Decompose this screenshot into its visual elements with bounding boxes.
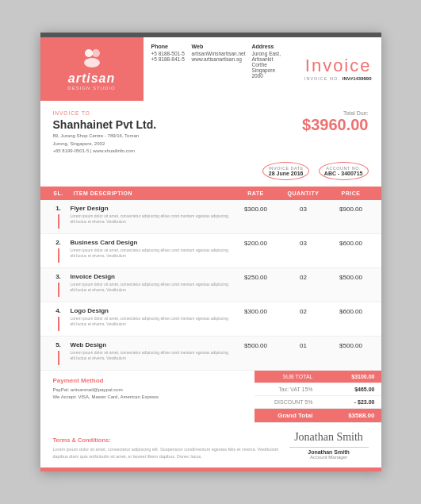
item-desc: Lorem ipsum dolor sit amet, consectetur … xyxy=(71,282,232,293)
row-num: 1. xyxy=(55,205,61,212)
total-due-block: Total Due: $3960.00 xyxy=(302,110,368,134)
vat-value: $465.00 xyxy=(320,387,375,392)
grand-total-value: $3588.00 xyxy=(320,412,375,419)
terms-title: Terms & Conditions: xyxy=(53,437,289,444)
red-bar xyxy=(58,283,59,297)
item-title: Business Card Design xyxy=(71,239,232,246)
invoice-title: Invoice xyxy=(305,57,372,75)
phone-label: Phone xyxy=(151,44,186,49)
footer: Terms & Conditions: Lorem ipsum dolor si… xyxy=(40,423,381,467)
client-name: Shanhainet Pvt Ltd. xyxy=(53,118,157,131)
discount-row: DISCOUNT 5% - $23.00 xyxy=(255,396,381,409)
table-row: 4. Logo Design Lorem ipsum dolor sit ame… xyxy=(40,302,381,337)
discount-value: - $23.00 xyxy=(320,399,375,405)
invoice-no-label: INVOICE NO. xyxy=(304,76,340,81)
item-rate: $300.00 xyxy=(232,307,280,315)
item-info: Logo Design Lorem ipsum dolor sit amet, … xyxy=(71,307,232,327)
web2: www.artisanartisan.sg xyxy=(192,56,246,62)
table-row: 5. Web Design Lorem ipsum dolor sit amet… xyxy=(40,337,381,371)
item-quantity: 02 xyxy=(280,307,327,315)
item-price: $500.00 xyxy=(327,341,375,349)
sub-total-value: $3100.00 xyxy=(320,374,375,379)
grand-total-row: Grand Total $3588.00 xyxy=(255,409,381,423)
payment-title: Payment Method xyxy=(53,377,255,384)
svg-point-0 xyxy=(85,49,93,57)
table-header: SL. ITEM DESCRIPTION RATE QUANTITY PRICE xyxy=(40,187,381,200)
row-num: 5. xyxy=(55,341,61,348)
item-rate: $300.00 xyxy=(232,205,280,213)
bottom-accent xyxy=(40,467,381,471)
logo-sub: design studio xyxy=(67,86,115,90)
invoice-no-row: INVOICE NO. INV#1439990 xyxy=(304,76,372,81)
discount-label: DISCOUNT 5% xyxy=(261,399,320,405)
client-addr1: 89, Jurang Shop Centre - 789/16, Toman xyxy=(53,133,157,140)
row-num-bar: 5. xyxy=(47,341,71,365)
terms-section: Terms & Conditions: Lorem ipsum dolor si… xyxy=(53,437,289,460)
item-rate: $500.00 xyxy=(232,341,280,349)
invoice-page: artisan design studio Phone +5 8188-501-… xyxy=(40,33,381,471)
item-title: Web Design xyxy=(71,341,232,348)
signature-divider xyxy=(289,447,369,448)
item-quantity: 03 xyxy=(280,205,327,213)
invoice-title-block: Invoice INVOICE NO. INV#1439990 xyxy=(294,37,381,101)
phone2: +5 8188-841-5 xyxy=(151,56,186,62)
item-price: $500.00 xyxy=(327,273,375,281)
item-quantity: 03 xyxy=(280,239,327,247)
header-info: Phone +5 8188-501-5 +5 8188-841-5 Web ar… xyxy=(144,37,294,101)
client-info: INVOICE TO Shanhainet Pvt Ltd. 89, Juran… xyxy=(53,110,157,156)
signature-name: Jonathan Smith xyxy=(289,431,369,444)
item-quantity: 02 xyxy=(280,273,327,281)
item-info: Business Card Design Lorem ipsum dolor s… xyxy=(71,239,232,259)
item-desc: Lorem ipsum dolor sit amet, consectetur … xyxy=(71,248,232,259)
invoice-table: SL. ITEM DESCRIPTION RATE QUANTITY PRICE… xyxy=(40,187,381,371)
red-bar xyxy=(58,214,59,229)
address-label: Address xyxy=(251,44,285,49)
vat-row: Tax: VAT 15% $465.00 xyxy=(255,383,381,396)
red-bar xyxy=(58,351,59,365)
table-row: 1. Flyer Design Lorem ipsum dolor sit am… xyxy=(40,200,381,234)
payment-line2: We Accept: VISA, Master Card, American E… xyxy=(53,394,255,402)
payment-method: Payment Method PayPal: artisanmail@paypa… xyxy=(53,371,255,423)
address-col: Address Jurong East, Artisankit Corthe S… xyxy=(251,44,285,94)
item-title: Flyer Design xyxy=(71,205,232,212)
header: artisan design studio Phone +5 8188-501-… xyxy=(40,37,381,101)
svg-point-2 xyxy=(84,58,100,67)
item-desc: Lorem ipsum dolor sit amet, consectetur … xyxy=(71,214,232,225)
vat-label: Tax: VAT 15% xyxy=(261,387,320,392)
item-info: Web Design Lorem ipsum dolor sit amet, c… xyxy=(71,341,232,361)
web-col: Web artisanWirishartisan.net www.artisan… xyxy=(192,44,246,94)
total-due-label: Total Due: xyxy=(302,110,368,116)
client-section: INVOICE TO Shanhainet Pvt Ltd. 89, Juran… xyxy=(40,101,381,162)
row-num: 3. xyxy=(55,273,61,280)
web-label: Web xyxy=(192,44,246,49)
invoice-date-item: INVOICE DATE 28 June 2016 xyxy=(262,162,308,180)
item-desc: Lorem ipsum dolor sit amet, consectetur … xyxy=(71,316,232,327)
row-num-bar: 3. xyxy=(47,273,71,297)
logo-text: artisan xyxy=(68,71,115,86)
red-bar xyxy=(58,317,59,331)
col-price: PRICE xyxy=(327,190,375,196)
row-num-bar: 2. xyxy=(47,239,71,263)
table-body: 1. Flyer Design Lorem ipsum dolor sit am… xyxy=(40,200,381,371)
item-info: Invoice Design Lorem ipsum dolor sit ame… xyxy=(71,273,232,293)
client-addr2: Jurong, Singapore, 2002 xyxy=(53,140,157,148)
item-rate: $200.00 xyxy=(232,239,280,247)
web1: artisanWirishartisan.net xyxy=(192,51,246,56)
totals-table: SUB TOTAL $3100.00 Tax: VAT 15% $465.00 … xyxy=(255,371,381,423)
col-qty: QUANTITY xyxy=(280,190,327,196)
svg-point-1 xyxy=(92,49,100,57)
table-row: 2. Business Card Design Lorem ipsum dolo… xyxy=(40,234,381,268)
account-no-value: ABC - 3400715 xyxy=(324,171,363,176)
row-num: 4. xyxy=(55,307,61,314)
total-due-amount: $3960.00 xyxy=(302,116,368,134)
invoice-to-label: INVOICE TO xyxy=(53,110,157,116)
grand-total-label: Grand Total xyxy=(261,412,320,419)
account-no-label: ACCOUNT NO. xyxy=(324,166,363,171)
invoice-no-value: INV#1439990 xyxy=(343,76,372,81)
totals-section: Payment Method PayPal: artisanmail@paypa… xyxy=(40,371,381,423)
phone1: +5 8188-501-5 xyxy=(151,51,186,56)
col-sl: SL. xyxy=(47,190,71,196)
payment-line1: PayPal: artisanmail@paypal.com xyxy=(53,387,255,394)
logo-icon xyxy=(81,48,103,71)
address2: Corthe Singapore 2000 xyxy=(251,62,285,79)
